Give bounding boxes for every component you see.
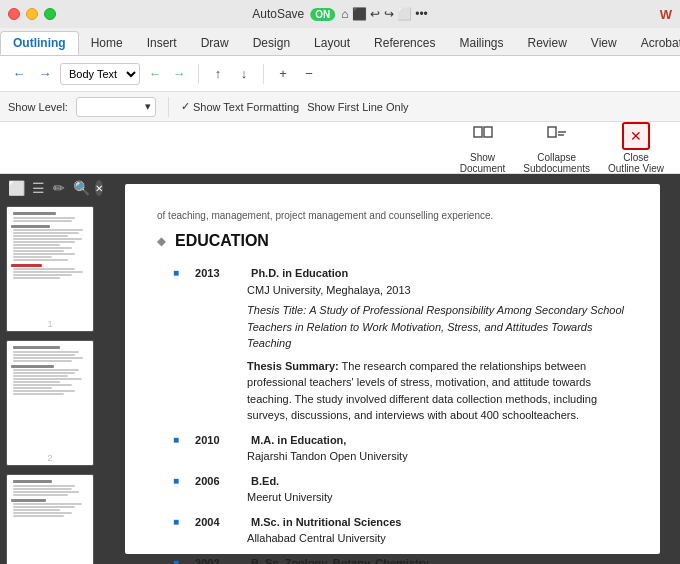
education-entry-2002: ■ 2002 B. Sc. Zoology, Botany, Chemistry… xyxy=(173,555,628,565)
bullet-icon-2002: ■ xyxy=(173,555,179,565)
page-thumb-2[interactable]: 2 xyxy=(6,340,94,466)
education-entry-2013: ■ 2013 Ph.D. in Education CMJ University… xyxy=(173,265,628,424)
collapse-button[interactable]: − xyxy=(298,63,320,85)
education-entries: ■ 2013 Ph.D. in Education CMJ University… xyxy=(157,265,628,564)
collapse-subdocuments-button[interactable]: CollapseSubdocuments xyxy=(515,118,598,178)
thesis-summary: Thesis Summary: The research compared th… xyxy=(195,358,628,424)
thumb-page-icon[interactable]: ⬜ xyxy=(6,178,26,198)
word-icon: W xyxy=(660,7,672,22)
thumb-search-icon[interactable]: 🔍 xyxy=(71,178,91,198)
thumb-pen-icon[interactable]: ✏ xyxy=(51,178,67,198)
edu-title-2006: B.Ed. xyxy=(251,473,279,490)
outline-level-select[interactable]: Body Text Level 1 Level 2 xyxy=(60,63,140,85)
bullet-icon-2010: ■ xyxy=(173,432,179,447)
thesis-title: Thesis Title: A Study of Professional Re… xyxy=(195,302,628,352)
demote-button[interactable]: → xyxy=(168,63,190,85)
autosave-label: AutoSave xyxy=(252,7,304,21)
education-heading: ◆ EDUCATION xyxy=(157,229,628,253)
back-button[interactable]: ← xyxy=(8,63,30,85)
edu-year-2013: 2013 xyxy=(195,265,231,282)
close-outline-label: CloseOutline View xyxy=(608,152,664,174)
edu-year-2002: 2002 xyxy=(195,555,231,565)
document-area[interactable]: of teaching, management, project managem… xyxy=(105,174,680,564)
autosave-toggle[interactable]: ON xyxy=(310,8,335,21)
edu-title-2004: M.Sc. in Nutritional Sciences xyxy=(251,514,401,531)
education-entry-2010: ■ 2010 M.A. in Education, Rajarshi Tando… xyxy=(173,432,628,465)
tab-acrobat[interactable]: Acrobat xyxy=(629,31,680,55)
edu-title-2002: B. Sc. Zoology, Botany, Chemistry, xyxy=(251,555,431,565)
panel-close-button[interactable]: ✕ xyxy=(95,180,103,196)
show-text-formatting-check[interactable]: ✓ Show Text Formatting xyxy=(181,100,299,113)
edu-year-2010: 2010 xyxy=(195,432,231,449)
separator xyxy=(198,64,199,84)
move-up-button[interactable]: ↑ xyxy=(207,63,229,85)
thumbnail-panel: ⬜ ☰ ✏ 🔍 ✕ xyxy=(0,174,105,564)
collapse-subdocuments-label: CollapseSubdocuments xyxy=(523,152,590,174)
show-first-line-label: Show First Line Only xyxy=(307,101,408,113)
ribbon-btn-group: ShowDocument CollapseSubdocuments ✕ Clos… xyxy=(452,118,672,178)
thumb-toolbar: ⬜ ☰ ✏ 🔍 ✕ xyxy=(0,174,105,202)
tab-outlining[interactable]: Outlining xyxy=(0,31,79,55)
thumb-content-3 xyxy=(7,475,93,564)
bullet-icon: ■ xyxy=(173,265,179,280)
minimize-button[interactable] xyxy=(26,8,38,20)
fullscreen-button[interactable] xyxy=(44,8,56,20)
tab-design[interactable]: Design xyxy=(241,31,302,55)
svg-rect-0 xyxy=(474,127,482,137)
edu-title-2010: M.A. in Education, xyxy=(251,432,346,449)
thumbnails-container: 1 xyxy=(0,202,105,564)
bullet-icon-2004: ■ xyxy=(173,514,179,529)
edu-institution-2006: Meerut University xyxy=(195,489,628,506)
above-heading-text: of teaching, management, project managem… xyxy=(157,208,628,223)
expand-button[interactable]: + xyxy=(272,63,294,85)
edu-title-2013: Ph.D. in Education xyxy=(251,265,348,282)
edu-institution-2013: CMJ University, Meghalaya, 2013 xyxy=(195,282,628,299)
thumb-content-1 xyxy=(7,207,93,317)
tab-draw[interactable]: Draw xyxy=(189,31,241,55)
tab-home[interactable]: Home xyxy=(79,31,135,55)
edu-content-2010: 2010 M.A. in Education, Rajarshi Tandon … xyxy=(195,432,628,465)
show-document-button[interactable]: ShowDocument xyxy=(452,118,514,178)
chevron-down-icon: ▾ xyxy=(145,100,151,113)
education-entry-2004: ■ 2004 M.Sc. in Nutritional Sciences All… xyxy=(173,514,628,547)
thesis-summary-label: Thesis Summary: xyxy=(247,360,339,372)
titlebar-center: AutoSave ON ⌂ ⬛ ↩ ↪ ⬜ ••• xyxy=(252,7,428,21)
education-heading-text: EDUCATION xyxy=(175,229,269,253)
edu-content-2013: 2013 Ph.D. in Education CMJ University, … xyxy=(195,265,628,424)
promote-button[interactable]: ← xyxy=(144,63,166,85)
thumb-list-icon[interactable]: ☰ xyxy=(30,178,47,198)
checkmark-icon: ✓ xyxy=(181,100,190,113)
tab-mailings[interactable]: Mailings xyxy=(447,31,515,55)
close-button[interactable] xyxy=(8,8,20,20)
svg-rect-2 xyxy=(548,127,556,137)
show-level-label: Show Level: xyxy=(8,101,68,113)
ribbon-tabs: Outlining Home Insert Draw Design Layout… xyxy=(0,28,680,56)
thumb-content-2 xyxy=(7,341,93,451)
titlebar-icons: ⌂ ⬛ ↩ ↪ ⬜ ••• xyxy=(341,7,428,21)
tab-insert[interactable]: Insert xyxy=(135,31,189,55)
edu-year-2004: 2004 xyxy=(195,514,231,531)
traffic-lights xyxy=(8,8,56,20)
education-entry-2006: ■ 2006 B.Ed. Meerut University xyxy=(173,473,628,506)
show-level-dropdown[interactable]: ▾ xyxy=(76,97,156,117)
tab-review[interactable]: Review xyxy=(515,31,578,55)
show-document-icon xyxy=(469,122,497,150)
move-down-button[interactable]: ↓ xyxy=(233,63,255,85)
tab-view[interactable]: View xyxy=(579,31,629,55)
page-thumb-3[interactable]: 3 xyxy=(6,474,94,564)
tab-references[interactable]: References xyxy=(362,31,447,55)
close-outline-icon: ✕ xyxy=(622,122,650,150)
edu-institution-2004: Allahabad Central University xyxy=(195,530,628,547)
page-thumb-1[interactable]: 1 xyxy=(6,206,94,332)
thesis-title-label: Thesis Title: xyxy=(247,304,306,316)
show-text-formatting-label: Show Text Formatting xyxy=(193,101,299,113)
edu-content-2004: 2004 M.Sc. in Nutritional Sciences Allah… xyxy=(195,514,628,547)
ribbon-buttons-row: ShowDocument CollapseSubdocuments ✕ Clos… xyxy=(0,122,680,174)
edu-year-2006: 2006 xyxy=(195,473,231,490)
titlebar: AutoSave ON ⌂ ⬛ ↩ ↪ ⬜ ••• W xyxy=(0,0,680,28)
show-first-line-check[interactable]: Show First Line Only xyxy=(307,101,408,113)
forward-button[interactable]: → xyxy=(34,63,56,85)
close-outline-view-button[interactable]: ✕ CloseOutline View xyxy=(600,118,672,178)
tab-layout[interactable]: Layout xyxy=(302,31,362,55)
main-area: ⬜ ☰ ✏ 🔍 ✕ xyxy=(0,174,680,564)
